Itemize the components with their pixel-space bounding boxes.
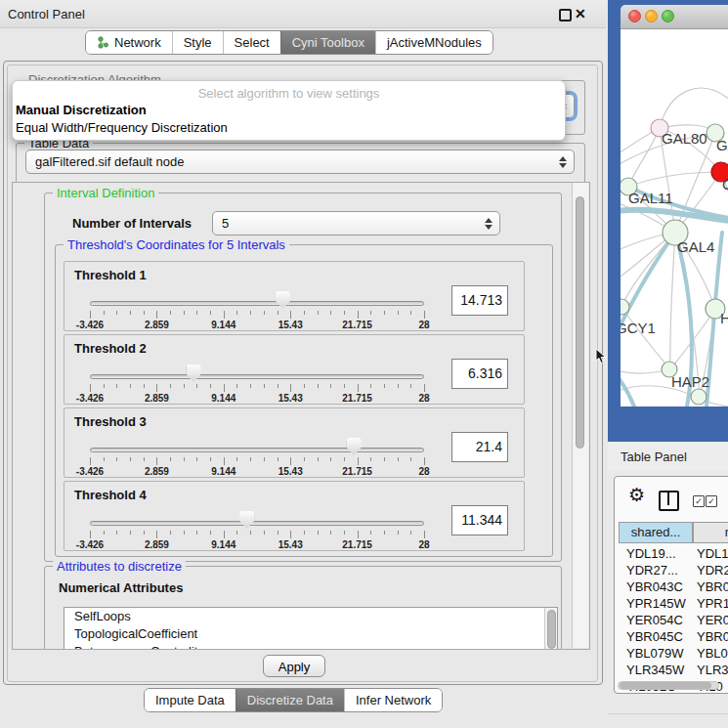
tab-infer-network[interactable]: Infer Network xyxy=(344,689,442,711)
slider-tick xyxy=(358,384,359,392)
interval-definition-group: Interval Definition Number of Intervals … xyxy=(44,193,562,562)
threshold-value-field[interactable]: 21.4 xyxy=(451,432,508,462)
table-scrollbar-thumb[interactable] xyxy=(620,682,711,689)
algorithm-hint: Select algorithm to view settings xyxy=(13,86,565,101)
minimize-traffic-light-icon[interactable] xyxy=(645,10,658,22)
slider-tick xyxy=(330,311,331,315)
slider-track[interactable] xyxy=(90,301,424,306)
slider-tick xyxy=(318,457,319,461)
close-traffic-light-icon[interactable] xyxy=(628,10,641,22)
threshold-value-field[interactable]: 11.344 xyxy=(451,505,508,535)
algorithm-option[interactable]: Manual Discretization xyxy=(16,102,147,118)
network-edge xyxy=(628,172,721,187)
table-row[interactable]: YPR145WYPR1 xyxy=(619,595,728,612)
slider-tick xyxy=(318,531,319,535)
threshold-label: Threshold 1 xyxy=(74,268,147,282)
slider-track[interactable] xyxy=(90,374,424,379)
tick-label: 2.859 xyxy=(127,320,186,330)
threshold-label: Threshold 3 xyxy=(74,414,147,429)
attribute-list-item[interactable]: TopologicalCoefficient xyxy=(64,625,557,643)
split-columns-icon[interactable] xyxy=(659,491,679,511)
tab-style[interactable]: Style xyxy=(172,31,223,54)
slider-tick xyxy=(370,531,371,535)
settings-scrollbar[interactable] xyxy=(572,183,588,648)
slider-tick xyxy=(278,311,278,315)
attribute-list-item[interactable]: SelfLoops xyxy=(64,608,557,625)
slider-tick xyxy=(184,384,185,388)
threshold-value-field[interactable]: 14.713 xyxy=(451,285,508,316)
slider-tick xyxy=(344,384,345,388)
column-header-2[interactable]: na xyxy=(693,522,728,543)
table-row[interactable]: YDR27...YDR2 xyxy=(619,562,728,578)
table-row[interactable]: YDL19...YDL1 xyxy=(619,545,728,562)
slider-thumb[interactable] xyxy=(347,438,362,455)
tab-jactivemnodules[interactable]: jActiveMNodules xyxy=(375,31,492,54)
threshold-value-field[interactable]: 6.316 xyxy=(451,359,508,389)
slider-tick xyxy=(210,384,211,388)
tab-cyni-toolbox[interactable]: Cyni Toolbox xyxy=(280,31,375,54)
algorithm-option[interactable]: Equal Width/Frequency Discretization xyxy=(16,119,228,136)
tab-network[interactable]: Network xyxy=(86,31,172,54)
tick-label: 28 xyxy=(395,320,453,330)
gear-icon[interactable]: ⚙ xyxy=(628,484,645,506)
network-node[interactable] xyxy=(691,389,707,405)
slider-tick xyxy=(278,531,278,535)
close-icon[interactable]: ✕ xyxy=(575,5,586,22)
network-window-frame[interactable]: GAL80GACGAL11GAL4GCY1HHAP2 xyxy=(608,0,728,442)
table-row[interactable]: YLR345WYLR3 xyxy=(619,662,728,678)
slider-thumb[interactable] xyxy=(276,291,290,309)
attribute-list-item[interactable]: BetweennessCentrality xyxy=(64,643,557,650)
list-scrollbar-thumb[interactable] xyxy=(547,610,556,649)
tab-impute-data[interactable]: Impute Data xyxy=(145,689,236,711)
slider-tick xyxy=(330,531,331,535)
slider-tick xyxy=(144,384,145,388)
number-of-intervals-label: Number of Intervals xyxy=(72,216,192,231)
slider-tick xyxy=(250,457,251,461)
network-canvas[interactable]: GAL80GACGAL11GAL4GCY1HHAP2 xyxy=(621,29,728,407)
slider-tick xyxy=(264,311,265,315)
spinner-arrows-icon[interactable] xyxy=(485,218,492,230)
slider-thumb[interactable] xyxy=(187,364,201,382)
combo-arrows-icon[interactable] xyxy=(559,156,567,168)
slider-tick xyxy=(344,531,345,535)
list-scrollbar[interactable] xyxy=(544,608,557,650)
tick-label: 15.43 xyxy=(261,320,320,330)
table-horizontal-scrollbar[interactable] xyxy=(618,681,719,690)
slider-track[interactable] xyxy=(90,521,424,526)
table-row[interactable]: YBR045CYBR0 xyxy=(619,628,728,645)
table-row[interactable]: YBR043CYBR0 xyxy=(619,578,728,595)
table-data-combobox-value: galFiltered.sif default node xyxy=(35,154,184,169)
apply-button[interactable]: Apply xyxy=(263,655,325,677)
numerical-attributes-list[interactable]: SelfLoopsTopologicalCoefficientBetweenne… xyxy=(64,607,558,650)
zoom-traffic-light-icon[interactable] xyxy=(662,10,674,22)
slider-tick xyxy=(236,531,237,535)
table-row[interactable]: YER054CYER0 xyxy=(619,612,728,628)
slider-tick xyxy=(304,384,305,388)
slider-tick xyxy=(424,457,425,465)
float-window-icon[interactable] xyxy=(559,9,572,21)
tab-discretize-data[interactable]: Discretize Data xyxy=(236,689,344,711)
slider-tick xyxy=(236,384,237,388)
slider-tick xyxy=(184,311,185,315)
checkbox-icon[interactable]: ✓ xyxy=(706,495,717,507)
slider-tick xyxy=(290,384,291,392)
slider-thumb[interactable] xyxy=(239,511,254,529)
slider-tick xyxy=(358,311,359,319)
table-row[interactable]: YBL079WYBL0 xyxy=(619,645,728,662)
settings-scrollbar-thumb[interactable] xyxy=(576,196,584,449)
number-of-intervals-spinner[interactable]: 5 xyxy=(212,211,500,236)
table-data-combobox[interactable]: galFiltered.sif default node xyxy=(25,150,575,174)
slider-tick xyxy=(410,311,411,315)
slider-track[interactable] xyxy=(90,448,424,452)
slider-tick xyxy=(90,457,91,465)
threshold-label: Threshold 2 xyxy=(74,341,147,356)
network-window-titlebar[interactable] xyxy=(621,5,728,29)
checkbox-icon[interactable]: ✓ xyxy=(693,495,705,507)
column-header-1[interactable]: shared... xyxy=(619,522,693,543)
slider-tick xyxy=(264,384,265,388)
thresholds-group: Threshold's Coordinates for 5 Intervals … xyxy=(55,244,553,557)
slider-tick xyxy=(318,311,319,315)
threshold-panel: Threshold 4-3.4262.8599.14415.4321.71528… xyxy=(64,481,525,551)
slider-tick xyxy=(344,311,345,315)
tab-select[interactable]: Select xyxy=(223,31,280,54)
